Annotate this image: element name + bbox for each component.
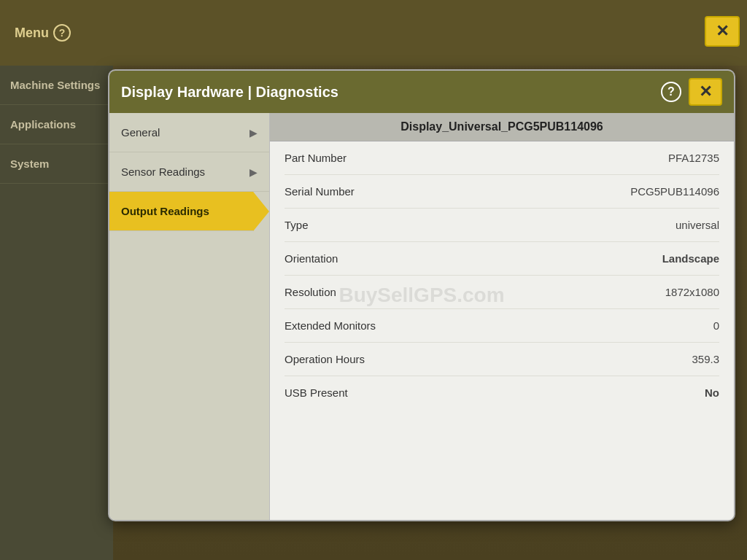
- field-value-extended-monitors: 0: [713, 319, 719, 332]
- table-row: Extended Monitors 0: [285, 309, 719, 343]
- dialog-close-button[interactable]: ✕: [689, 78, 722, 106]
- field-label-operation-hours: Operation Hours: [285, 353, 365, 365]
- field-value-usb-present: No: [705, 386, 719, 399]
- dialog-title: Display Hardware | Diagnostics: [121, 84, 654, 101]
- dialog-titlebar: Display Hardware | Diagnostics ? ✕: [109, 71, 734, 113]
- dialog-body: General ▶ Sensor Readings ▶ Output Readi…: [109, 113, 734, 520]
- field-value-serial-number: PCG5PUB114096: [630, 185, 719, 198]
- dialog-right-panel: Display_Universal_PCG5PUB114096 Part Num…: [270, 113, 734, 520]
- chevron-right-icon: ▶: [249, 127, 258, 139]
- diagnostics-dialog: Display Hardware | Diagnostics ? ✕ Gener…: [108, 69, 735, 521]
- table-row: USB Present No: [285, 376, 719, 409]
- menu-help-icon[interactable]: ?: [53, 24, 71, 42]
- dialog-nav-sensor-readings[interactable]: Sensor Readings ▶: [109, 152, 269, 192]
- field-value-type: universal: [676, 219, 719, 231]
- menu-label: Menu: [15, 26, 49, 41]
- field-value-part-number: PFA12735: [668, 152, 719, 164]
- device-name-bar: Display_Universal_PCG5PUB114096: [270, 113, 734, 141]
- table-row: Serial Number PCG5PUB114096: [285, 175, 719, 209]
- menu-button[interactable]: Menu ?: [7, 20, 78, 46]
- field-value-operation-hours: 359.3: [692, 353, 719, 365]
- dialog-nav-output-readings[interactable]: Output Readings: [109, 192, 269, 231]
- field-value-resolution: 1872x1080: [665, 286, 719, 298]
- table-row: Operation Hours 359.3: [285, 343, 719, 376]
- top-close-button[interactable]: ✕: [705, 16, 740, 47]
- field-value-orientation: Landscape: [662, 252, 719, 265]
- dialog-left-panel: General ▶ Sensor Readings ▶ Output Readi…: [109, 113, 270, 520]
- table-row: Resolution 1872x1080: [285, 276, 719, 309]
- chevron-right-icon: ▶: [249, 166, 258, 178]
- dialog-help-button[interactable]: ?: [661, 82, 681, 102]
- field-label-type: Type: [285, 219, 309, 231]
- left-navigation: Machine Settings Applications System: [0, 66, 113, 560]
- sidebar-item-machine-settings[interactable]: Machine Settings: [0, 66, 113, 105]
- dialog-nav-general[interactable]: General ▶: [109, 113, 269, 152]
- table-row: Type universal: [285, 209, 719, 242]
- field-label-orientation: Orientation: [285, 252, 338, 265]
- diagnostics-info-table: Part Number PFA12735 Serial Number PCG5P…: [270, 141, 734, 409]
- sidebar-item-applications[interactable]: Applications: [0, 105, 113, 144]
- field-label-extended-monitors: Extended Monitors: [285, 319, 376, 332]
- sidebar-item-system[interactable]: System: [0, 144, 113, 184]
- top-bar: Menu ? ✕: [0, 0, 747, 66]
- screen-background: Menu ? ✕ Machine Settings Applications S…: [0, 0, 747, 560]
- field-label-usb-present: USB Present: [285, 386, 348, 399]
- field-label-resolution: Resolution: [285, 286, 336, 298]
- table-row: Part Number PFA12735: [285, 141, 719, 175]
- table-row: Orientation Landscape: [285, 242, 719, 276]
- field-label-serial-number: Serial Number: [285, 185, 355, 198]
- field-label-part-number: Part Number: [285, 152, 347, 164]
